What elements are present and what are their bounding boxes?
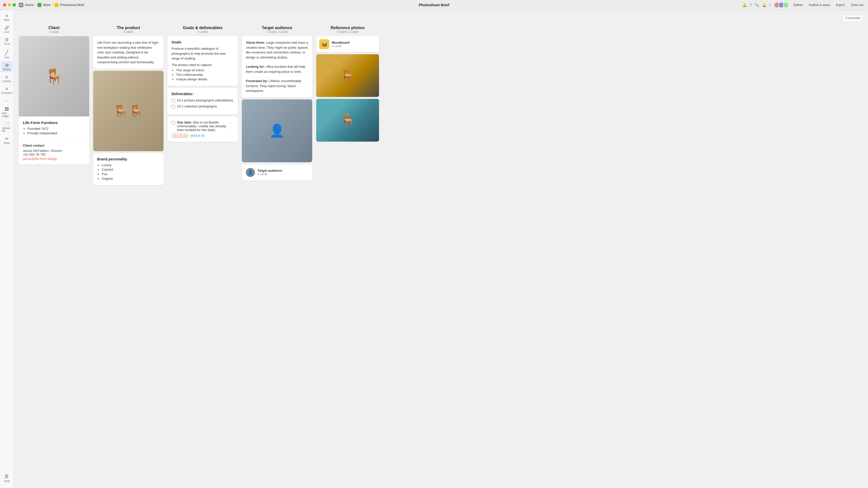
card-target-text: About them: Large companies that have a …	[242, 36, 312, 97]
trash-label: Trash	[3, 480, 10, 483]
board-columns: Client 3 cards 🪑 Life Form Furniture Fou…	[19, 24, 863, 185]
sidebar-item-trash[interactable]: 🗑 Trash	[1, 472, 12, 484]
contact-email[interactable]: james@life-form.design	[23, 157, 57, 161]
more-icon: ···	[5, 98, 8, 103]
contact-title: Client contact	[23, 143, 85, 148]
about-label: About them	[246, 41, 264, 44]
client-person-image: 🪑	[19, 36, 89, 117]
help-icon[interactable]: ?	[750, 3, 752, 7]
sidebar-item-note[interactable]: ≡ Note	[1, 12, 12, 23]
target-board-card[interactable]: 👤 Target audience 0 cards	[242, 164, 312, 181]
export-button[interactable]: Export	[835, 2, 846, 7]
close-button[interactable]	[3, 3, 6, 6]
sidebar-item-add-image[interactable]: 🖼 Add image	[1, 105, 12, 119]
notification-icon[interactable]: 🔔	[742, 3, 747, 7]
todo-label: To-do	[3, 43, 10, 45]
target-board-avatar: 👤	[246, 168, 255, 177]
publish-share-button[interactable]: Publish & share	[807, 2, 832, 7]
brand-personality-title: Brand personality	[97, 157, 159, 161]
client-contact: Client contact James McFadden, Director …	[19, 140, 89, 164]
column-reference-title: Reference photos	[316, 26, 379, 30]
maximize-button[interactable]	[12, 3, 16, 6]
deliverable-item-1: 10 x product photographs (standalone)	[172, 98, 234, 102]
upload-label: Upload file	[2, 127, 11, 132]
goals-sub: The photos need to capture:	[172, 63, 234, 67]
due-date-item: Due date: (this is not flexible unfortun…	[172, 121, 234, 132]
sidebar-item-upload[interactable]: 📄 Upload file	[1, 120, 12, 134]
search-icon[interactable]: 🔍	[755, 3, 759, 7]
card-target-image: 👤	[242, 99, 312, 162]
card-client-main: 🪑 Life Form Furniture Founded 1972 Proud…	[19, 36, 89, 164]
client-bullets: Founded 1972 Proudly independant	[23, 127, 85, 135]
canvas: 0 Unsorted Client 3 cards 🪑 Life Form Fu…	[14, 10, 868, 488]
comment-icon: ≡	[5, 87, 8, 91]
column-goals: Goals & deliverables 3 cards Goals Produ…	[167, 24, 238, 142]
column-icon: ⫼	[5, 75, 9, 79]
card-product-text: Life Form are launching a new line of hi…	[93, 36, 163, 69]
deliverables-title: Deliverables:	[172, 92, 234, 96]
draw-label: Draw	[4, 141, 9, 144]
sidebar-item-line[interactable]: ╱ Line	[1, 48, 12, 60]
card-target-board: 👤 Target audience 0 cards	[242, 164, 312, 181]
home-label[interactable]: Home	[25, 3, 34, 7]
target-person-image: 👤	[242, 99, 312, 162]
link-icon: 🔗	[4, 25, 9, 30]
photoshoot-label[interactable]: Photoshoot Brief	[60, 3, 84, 7]
column-target-title: Target audience	[242, 26, 312, 30]
add-image-icon: 🖼	[5, 107, 9, 111]
sidebar-item-column[interactable]: ⫼ Column	[1, 73, 12, 84]
deliverable-label-1: 10 x product photographs (standalone)	[177, 98, 233, 102]
sidebar-item-link[interactable]: 🔗 Link	[1, 24, 12, 35]
sidebar-item-todo[interactable]: ☰ To-do	[1, 36, 12, 47]
board-icon: ⊞	[5, 63, 8, 68]
client-bullet-1: Founded 1972	[27, 127, 85, 131]
column-client-title: Client	[19, 26, 89, 30]
unsorted-button[interactable]: 0 Unsorted	[843, 15, 863, 21]
contact-person: James McFadden, Director	[23, 149, 85, 153]
goals-title: Goals	[172, 40, 234, 44]
column-client-subtitle: 3 cards	[19, 30, 89, 34]
goals-bullet-3: Unique design details	[176, 77, 234, 81]
draw-icon: ✏	[5, 136, 8, 141]
column-product-header: The product 3 cards	[93, 24, 163, 34]
moodboard-info: Moodboard 0 cards	[332, 41, 350, 48]
column-label: Column	[2, 80, 11, 83]
target-board-sub: 0 cards	[257, 172, 282, 176]
client-bullet-2: Proudly independant	[27, 131, 85, 135]
home-icon: M	[19, 3, 23, 7]
sidebar-item-comment[interactable]: ≡ Comment	[1, 85, 12, 96]
minimize-button[interactable]	[8, 3, 11, 6]
due-date-text: Due date: (this is not flexible unfortun…	[177, 121, 234, 132]
zoom-out-button[interactable]: Zoom out	[849, 2, 865, 7]
breadcrumb-sep1: ›	[35, 3, 36, 6]
work-label[interactable]: Work	[43, 3, 51, 7]
traffic-lights	[3, 3, 16, 6]
deliverable-checkbox-2[interactable]	[172, 105, 175, 108]
sidebar-item-draw[interactable]: ✏ Draw	[1, 135, 12, 146]
column-product-title: The product	[93, 26, 163, 30]
ref-chair1-image: 🪑	[316, 54, 379, 97]
column-client-header: Client 3 cards	[19, 24, 89, 34]
column-reference-header: Reference photos 1 board, 2 cards	[316, 24, 379, 34]
moodboard-title: Moodboard	[332, 41, 350, 44]
card-ref-image-1: 🪑	[316, 54, 379, 97]
trash-icon: 🗑	[4, 474, 9, 479]
card-target-body: About them: Large companies that have a …	[242, 36, 312, 97]
top-bar: 0 Unsorted	[19, 15, 863, 21]
card-moodboard[interactable]: 📦 Moodboard 0 cards	[316, 36, 379, 52]
due-date-checkbox[interactable]	[172, 121, 175, 125]
alert-icon[interactable]: 🔔	[762, 3, 766, 7]
breadcrumb: M Home › Work › Photoshoot Brief	[19, 3, 84, 7]
column-goals-header: Goals & deliverables 3 cards	[167, 24, 238, 34]
due-badge: Due 30 Jul	[172, 134, 188, 138]
sidebar-item-more[interactable]: ···	[1, 97, 12, 104]
column-product-subtitle: 3 cards	[93, 30, 163, 34]
editors-button[interactable]: Editors	[792, 2, 804, 7]
deliverable-checkbox-1[interactable]	[172, 99, 175, 102]
card-product-image: 🪑🪑	[93, 71, 163, 151]
deliverable-item-2: 10 x collection photographs	[172, 104, 234, 108]
brand-bullets: Luxury Colorful Fun Organic	[97, 163, 159, 181]
looking-label: Looking for:	[246, 65, 265, 68]
sidebar-item-board[interactable]: ⊞ Board	[1, 61, 12, 72]
sidebar: ≡ Note 🔗 Link ☰ To-do ╱ Line ⊞ Board ⫼ C…	[0, 10, 14, 488]
